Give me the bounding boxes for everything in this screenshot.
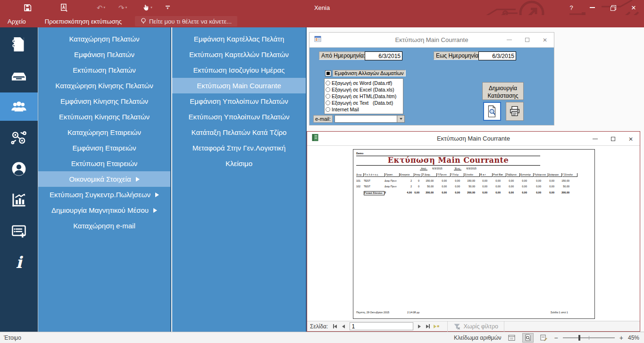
menu-item[interactable]: Εκτύπωση Κίνησης Πελατών bbox=[38, 109, 170, 125]
sidebar-item-contacts[interactable] bbox=[0, 155, 38, 183]
menu-item-label: Εμφάνιση Κίνησης Πελατών bbox=[60, 97, 148, 105]
export-option-label: Εξαγωγή σε Word (Data.rtf) bbox=[332, 80, 392, 86]
menu-item[interactable]: Εμφάνιση Εταιρειών bbox=[38, 140, 170, 156]
report-to-value: 6/3/2015 bbox=[466, 167, 476, 170]
preview-minimize-button[interactable] bbox=[586, 132, 604, 146]
next-page-button[interactable] bbox=[415, 322, 424, 331]
menu-item[interactable]: Κλείσιμο bbox=[172, 156, 306, 171]
quick-access-toolbar: ↶▾ ↷▾ ▾ ▾ bbox=[0, 0, 172, 15]
sidebar-item-rooms[interactable] bbox=[0, 61, 38, 90]
dialog-minimize-button[interactable] bbox=[500, 33, 518, 47]
dialog-controls: ✕ bbox=[500, 33, 554, 47]
report-header-row: Δωμ.Π ε λ ά τ η ςΠρακτ.ΕταιρείαΑτομΤ.Δια… bbox=[356, 173, 592, 177]
zoom-in-button[interactable]: + bbox=[619, 335, 623, 341]
sidebar-item-customers[interactable] bbox=[0, 92, 38, 121]
checkbox-checked-icon bbox=[325, 70, 331, 76]
create-report-button[interactable]: Δημιουργία Κατάστασης bbox=[482, 82, 524, 100]
to-date-input[interactable] bbox=[478, 51, 516, 60]
form-view-icon[interactable] bbox=[506, 333, 518, 343]
menu-item[interactable]: Εκτύπωση Ισοζυγίου Ημέρας bbox=[172, 62, 306, 78]
zoom-slider[interactable] bbox=[563, 337, 615, 338]
filter-status[interactable]: Χωρίς φίλτρο bbox=[447, 321, 504, 332]
report-page: Demo Εκτύπωση Main Courrante Από: 6/3/20… bbox=[353, 149, 595, 319]
menu-item[interactable]: Εκτύπωση Πελατών bbox=[38, 62, 170, 78]
page-number-input[interactable] bbox=[350, 322, 413, 330]
preview-close-button[interactable]: ✕ bbox=[622, 132, 640, 146]
last-page-button[interactable] bbox=[424, 322, 432, 331]
status-bar: Έτοιμο Κλείδωμα αριθμών − + 45% bbox=[0, 332, 644, 343]
lightbulb-icon bbox=[141, 18, 146, 25]
restore-button[interactable] bbox=[602, 0, 623, 15]
menu-item-label: Κλείσιμο bbox=[226, 159, 252, 167]
previous-page-button[interactable] bbox=[339, 322, 348, 331]
print-button[interactable] bbox=[506, 102, 524, 121]
connections-share-icon bbox=[10, 129, 27, 146]
report-footer: Πέμπτη, 29 Οκτωβρίου 2015 2:14:08 μμ Σελ… bbox=[356, 311, 592, 314]
menu-item[interactable]: Εμφάνιση Πελατών bbox=[38, 47, 170, 62]
room-changes-checkbox[interactable]: Εμφάνιση Αλλαγών Δωματίων bbox=[325, 70, 406, 76]
tell-me-box[interactable]: Πείτε μου τι θέλετε να κάνετε... bbox=[135, 16, 237, 26]
email-dropdown-button[interactable] bbox=[397, 115, 405, 123]
layout-view-icon[interactable] bbox=[538, 333, 550, 343]
preview-report-button[interactable] bbox=[483, 102, 501, 121]
menu-item[interactable]: Δημιουργία Μαγνητικού Μέσου bbox=[38, 202, 170, 218]
menu-item[interactable]: Εκτύπωση Εταιρειών bbox=[38, 156, 170, 171]
touch-mode-icon[interactable]: ▾ bbox=[140, 1, 154, 14]
email-label: e-mail: bbox=[313, 115, 333, 123]
redo-icon[interactable]: ↷▾ bbox=[117, 1, 129, 14]
print-preview-view-icon[interactable] bbox=[522, 333, 534, 343]
minimize-button[interactable] bbox=[582, 0, 602, 15]
menu-item[interactable]: Εκτύπωση Συγκεντρ.Πωλήσεων bbox=[38, 187, 170, 202]
report-row: Γενικό Σύνολο:24,000,00200,000,000,00200… bbox=[356, 191, 592, 195]
tab-file[interactable]: Αρχείο bbox=[1, 15, 33, 27]
menu-item[interactable]: Μεταφορά Στην Γεν.Λογιστική bbox=[172, 140, 306, 156]
sidebar-item-connections[interactable] bbox=[0, 124, 38, 152]
menu-item[interactable]: Καταχώρηση Εταιρειών bbox=[38, 125, 170, 140]
dialog-close-button[interactable]: ✕ bbox=[536, 33, 554, 47]
export-option[interactable]: Εξαγωγή σε Word (Data.rtf) bbox=[326, 80, 403, 86]
undo-icon[interactable]: ↶▾ bbox=[95, 1, 107, 14]
zoom-out-button[interactable]: − bbox=[554, 335, 558, 341]
report-icon bbox=[312, 134, 318, 143]
save-icon[interactable] bbox=[22, 1, 33, 14]
sidebar-item-info[interactable]: i bbox=[0, 248, 38, 276]
sidebar-item-statistics[interactable] bbox=[0, 186, 38, 214]
menu-item[interactable]: Κατάταξη Πελατών Κατά Τζίρο bbox=[172, 125, 306, 140]
menu-item[interactable]: Καταχώρηση e-mail bbox=[38, 218, 170, 234]
menu-item[interactable]: Καταχώρηση Πελατών bbox=[38, 31, 170, 47]
close-button[interactable]: ✕ bbox=[623, 0, 644, 15]
from-date-input[interactable] bbox=[365, 51, 402, 60]
preview-maximize-button[interactable] bbox=[604, 132, 622, 146]
print-preview-doc-icon[interactable] bbox=[58, 1, 70, 14]
help-button[interactable]: ? bbox=[561, 0, 582, 15]
menu-item-label: Εκτύπωση Ισοζυγίου Ημέρας bbox=[193, 66, 285, 74]
dialog-maximize-button[interactable] bbox=[518, 33, 536, 47]
menu-item[interactable]: Εμφάνιση Κίνησης Πελατών bbox=[38, 93, 170, 109]
new-record-button[interactable]: ✱ bbox=[432, 322, 441, 331]
menu-item[interactable]: Εκτύπωση Καρτελλών Πελατών bbox=[172, 47, 306, 62]
report-title: Εκτύπωση Main Courrante bbox=[356, 156, 540, 164]
report-date-range: Από: 6/3/2015 Έως: 6/3/2015 bbox=[356, 167, 540, 170]
menu-item[interactable]: Εμφάνιση Υπολοίπων Πελατών bbox=[172, 93, 306, 109]
email-combo-input[interactable] bbox=[335, 115, 397, 123]
menu-item[interactable]: Εκτύπωση Υπολοίπων Πελατών bbox=[172, 109, 306, 125]
sidebar-item-lists[interactable] bbox=[0, 217, 38, 245]
preview-report-icon bbox=[487, 105, 497, 117]
customize-quick-access-icon[interactable]: ▾ bbox=[164, 1, 172, 14]
zoom-slider-thumb[interactable] bbox=[578, 335, 580, 341]
menu-item[interactable]: Εμφάνιση Καρτέλλας Πελάτη bbox=[172, 31, 306, 47]
menu-item[interactable]: Εκτύπωση Main Courrante bbox=[172, 78, 306, 93]
menu-item[interactable]: Καταχώρηση Κίνησης Πελατών bbox=[38, 78, 170, 93]
export-option[interactable]: Internet Mail bbox=[326, 106, 403, 113]
lists-form-icon bbox=[10, 223, 27, 240]
menu-item[interactable]: Οικονομικά Στοιχεία bbox=[38, 171, 170, 187]
export-option[interactable]: Εξαγωγή σε Excel (Data.xls) bbox=[326, 86, 403, 93]
from-date-label: Από Ημερομηνία: bbox=[319, 51, 368, 60]
tab-print-preview[interactable]: Προεπισκόπηση εκτύπωσης bbox=[38, 15, 128, 27]
ribbon-tabs: Αρχείο Προεπισκόπηση εκτύπωσης Πείτε μου… bbox=[0, 15, 644, 27]
menu-item-label: Κατάταξη Πελατών Κατά Τζίρο bbox=[192, 128, 287, 136]
first-page-button[interactable] bbox=[331, 322, 339, 331]
export-option[interactable]: Εξαγωγή σε Text (Data.txt) bbox=[326, 100, 403, 106]
export-option[interactable]: Εξαγωγή σε HTML(Data.htm) bbox=[326, 93, 403, 100]
sidebar-item-reservations[interactable] bbox=[0, 30, 38, 59]
